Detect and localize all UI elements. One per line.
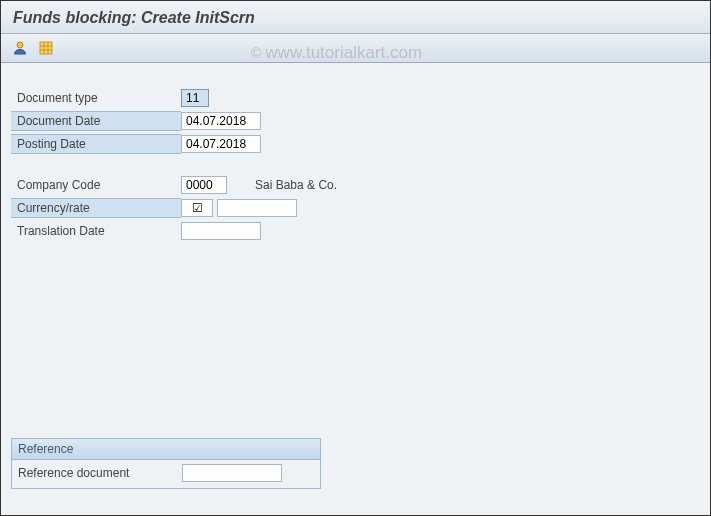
svg-point-0 [17, 42, 23, 48]
input-reference-document[interactable] [182, 464, 282, 482]
row-company-code: Company Code Sai Baba & Co. [11, 174, 700, 196]
label-translation-date: Translation Date [11, 222, 181, 240]
label-document-type: Document type [11, 89, 181, 107]
company-code-desc: Sai Baba & Co. [255, 178, 337, 192]
toolbar [1, 34, 710, 63]
label-posting-date: Posting Date [11, 134, 181, 154]
input-currency[interactable] [181, 199, 213, 217]
reference-title: Reference [12, 439, 320, 460]
svg-rect-1 [40, 42, 52, 54]
title-bar: Funds blocking: Create InitScrn [1, 1, 710, 34]
row-posting-date: Posting Date [11, 133, 700, 155]
row-document-date: Document Date [11, 110, 700, 132]
row-document-type: Document type [11, 87, 700, 109]
label-reference-document: Reference document [18, 466, 182, 480]
input-translation-date[interactable] [181, 222, 261, 240]
grid-icon [38, 40, 54, 56]
input-rate[interactable] [217, 199, 297, 217]
reference-groupbox: Reference Reference document [11, 438, 321, 489]
reference-body: Reference document [12, 460, 320, 488]
input-company-code[interactable] [181, 176, 227, 194]
content-area: Document type Document Date Posting Date… [1, 63, 710, 516]
layout-icon[interactable] [35, 38, 57, 58]
input-document-type[interactable] [181, 89, 209, 107]
label-currency-rate: Currency/rate [11, 198, 181, 218]
page-title: Funds blocking: Create InitScrn [13, 9, 698, 27]
input-document-date[interactable] [181, 112, 261, 130]
row-translation-date: Translation Date [11, 220, 700, 242]
row-currency-rate: Currency/rate [11, 197, 700, 219]
person-icon [12, 40, 28, 56]
app-window: Funds blocking: Create InitScrn Document… [0, 0, 711, 516]
user-icon[interactable] [9, 38, 31, 58]
input-posting-date[interactable] [181, 135, 261, 153]
label-company-code: Company Code [11, 176, 181, 194]
label-document-date: Document Date [11, 111, 181, 131]
